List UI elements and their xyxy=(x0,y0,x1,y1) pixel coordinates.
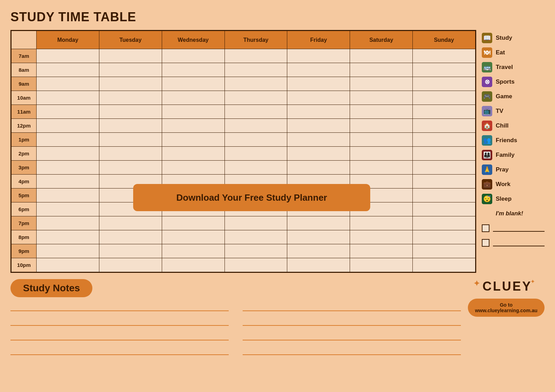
table-cell[interactable] xyxy=(162,161,225,175)
table-cell[interactable] xyxy=(37,230,99,244)
table-cell[interactable] xyxy=(413,63,476,77)
table-cell[interactable] xyxy=(37,105,99,119)
table-cell[interactable] xyxy=(162,77,225,91)
table-cell[interactable] xyxy=(287,63,350,77)
table-cell[interactable] xyxy=(350,147,413,161)
table-cell[interactable] xyxy=(37,244,99,258)
table-cell[interactable] xyxy=(99,105,162,119)
table-cell[interactable] xyxy=(287,133,350,147)
table-cell[interactable] xyxy=(287,119,350,133)
table-cell[interactable] xyxy=(413,161,476,175)
table-cell[interactable] xyxy=(350,258,413,272)
table-cell[interactable] xyxy=(99,216,162,230)
table-cell[interactable] xyxy=(162,216,225,230)
table-cell[interactable] xyxy=(225,244,287,258)
table-cell[interactable] xyxy=(350,77,413,91)
table-cell[interactable] xyxy=(99,77,162,91)
table-cell[interactable] xyxy=(287,49,350,63)
table-cell[interactable] xyxy=(350,49,413,63)
table-cell[interactable] xyxy=(162,63,225,77)
table-cell[interactable] xyxy=(37,91,99,105)
table-cell[interactable] xyxy=(225,49,287,63)
table-cell[interactable] xyxy=(37,147,99,161)
table-cell[interactable] xyxy=(287,77,350,91)
table-cell[interactable] xyxy=(413,105,476,119)
table-cell[interactable] xyxy=(350,216,413,230)
table-cell[interactable] xyxy=(225,147,287,161)
table-cell[interactable] xyxy=(350,133,413,147)
table-cell[interactable] xyxy=(162,133,225,147)
table-cell[interactable] xyxy=(37,77,99,91)
table-cell[interactable] xyxy=(99,133,162,147)
table-cell[interactable] xyxy=(350,161,413,175)
table-cell[interactable] xyxy=(37,202,99,216)
table-cell[interactable] xyxy=(413,244,476,258)
table-cell[interactable] xyxy=(287,147,350,161)
table-cell[interactable] xyxy=(225,91,287,105)
table-cell[interactable] xyxy=(99,161,162,175)
table-cell[interactable] xyxy=(225,119,287,133)
table-cell[interactable] xyxy=(162,91,225,105)
table-cell[interactable] xyxy=(99,258,162,272)
table-cell[interactable] xyxy=(350,63,413,77)
table-cell[interactable] xyxy=(99,147,162,161)
table-cell[interactable] xyxy=(99,119,162,133)
table-cell[interactable] xyxy=(225,77,287,91)
table-cell[interactable] xyxy=(162,119,225,133)
table-cell[interactable] xyxy=(413,77,476,91)
table-cell[interactable] xyxy=(225,161,287,175)
table-cell[interactable] xyxy=(287,244,350,258)
table-cell[interactable] xyxy=(37,175,99,189)
table-cell[interactable] xyxy=(287,91,350,105)
table-cell[interactable] xyxy=(413,133,476,147)
table-cell[interactable] xyxy=(287,230,350,244)
table-cell[interactable] xyxy=(413,216,476,230)
legend-checkbox[interactable] xyxy=(482,239,489,247)
table-cell[interactable] xyxy=(225,105,287,119)
table-cell[interactable] xyxy=(99,49,162,63)
table-cell[interactable] xyxy=(225,258,287,272)
table-cell[interactable] xyxy=(37,216,99,230)
table-cell[interactable] xyxy=(350,119,413,133)
table-cell[interactable] xyxy=(162,230,225,244)
table-cell[interactable] xyxy=(162,147,225,161)
table-cell[interactable] xyxy=(99,63,162,77)
table-cell[interactable] xyxy=(350,244,413,258)
table-cell[interactable] xyxy=(413,119,476,133)
table-cell[interactable] xyxy=(225,133,287,147)
table-cell[interactable] xyxy=(162,105,225,119)
table-cell[interactable] xyxy=(162,244,225,258)
table-cell[interactable] xyxy=(287,216,350,230)
table-cell[interactable] xyxy=(37,258,99,272)
table-cell[interactable] xyxy=(37,161,99,175)
table-cell[interactable] xyxy=(37,133,99,147)
table-cell[interactable] xyxy=(225,230,287,244)
table-cell[interactable] xyxy=(350,230,413,244)
table-cell[interactable] xyxy=(413,189,476,202)
table-cell[interactable] xyxy=(413,230,476,244)
table-cell[interactable] xyxy=(413,258,476,272)
table-cell[interactable] xyxy=(37,119,99,133)
table-cell[interactable] xyxy=(413,49,476,63)
website-badge[interactable]: Go to www.clueylearning.com.au xyxy=(468,299,545,317)
table-cell[interactable] xyxy=(413,91,476,105)
table-cell[interactable] xyxy=(99,91,162,105)
table-cell[interactable] xyxy=(37,49,99,63)
table-cell[interactable] xyxy=(350,105,413,119)
table-cell[interactable] xyxy=(37,63,99,77)
table-cell[interactable] xyxy=(99,244,162,258)
table-cell[interactable] xyxy=(413,147,476,161)
table-cell[interactable] xyxy=(99,230,162,244)
table-cell[interactable] xyxy=(225,63,287,77)
table-cell[interactable] xyxy=(350,91,413,105)
legend-checkbox[interactable] xyxy=(482,224,489,232)
download-button[interactable]: Download Your Free Study Planner xyxy=(133,184,370,211)
table-cell[interactable] xyxy=(225,216,287,230)
table-cell[interactable] xyxy=(413,175,476,189)
table-cell[interactable] xyxy=(287,258,350,272)
table-cell[interactable] xyxy=(162,49,225,63)
table-cell[interactable] xyxy=(162,258,225,272)
table-cell[interactable] xyxy=(287,161,350,175)
table-cell[interactable] xyxy=(287,105,350,119)
table-cell[interactable] xyxy=(413,202,476,216)
